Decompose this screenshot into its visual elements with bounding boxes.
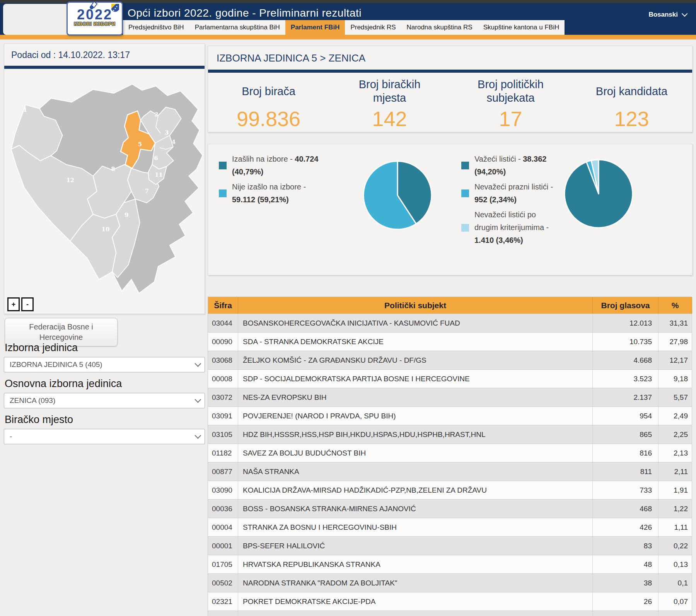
map-panel: Podaci od : 14.10.2022. 13:17 1234567891… [4,43,205,314]
column-header-party: Politički subjekt [238,297,593,314]
party-name: SDP - SOCIJALDEMOKRATSKA PARTIJA BOSNE I… [238,370,593,388]
legend-text: Važeći listići - 38.362 (94,20%) [474,153,561,178]
column-header-pct: % [658,297,692,314]
party-votes: 468 [593,500,658,518]
map-district-number: 8 [111,166,115,172]
party-name: POVJERENJE! (NAROD I PRAVDA, SPU BIH) [238,407,593,425]
nav-tab[interactable]: Parlament FBiH [285,20,345,35]
table-row: 00036 BOSS - BOSANSKA STRANKA-MIRNES AJA… [208,500,692,518]
map-district-number: 4 [172,138,176,145]
table-row: 00001 BPS-SEFER HALILOVIĆ 83 0,22 [208,537,692,555]
party-name: HDZ BIH,HSSSR,HSS,HSP BIH,HKDU,HSPAS,HDU… [238,425,593,444]
nav-tab[interactable]: Parlamentarna skupština BiH [189,20,285,35]
nav-tab[interactable]: Skupštine kantona u FBiH [478,20,565,35]
filter-select[interactable]: IZBORNA JEDINICA 5 (405) [4,357,205,372]
results-table: Šifra Politički subjekt Broj glasova % 0… [208,297,692,616]
party-name: POKRET DEMOKRATSKE AKCIJE-PDA [238,592,593,611]
party-code: 03090 [208,481,238,500]
map-zoom-out-button[interactable]: - [21,297,34,311]
filter-select[interactable]: - [4,429,205,444]
stat-cell: Broj kandidata 123 [571,77,692,131]
table-row: 00008 SDP - SOCIJALDEMOKRATSKA PARTIJA B… [208,370,692,388]
legend-swatch [219,189,227,197]
filter-block: Osnovna izborna jedinica ZENICA (093) [4,378,205,408]
filters: Izborna jedinica IZBORNA JEDINICA 5 (405… [4,342,205,444]
language-selector[interactable]: Bosanski [648,11,686,19]
ballot-hand-icon [88,0,99,10]
party-code: 02321 [208,592,238,611]
bih-districts-map[interactable]: 123456789101112 [6,71,203,298]
party-name: HNP-HRVATSKI NACIONALNI POMAK [238,611,593,616]
nav-tab[interactable]: Predsjednik RS [345,20,401,35]
party-pct: 27,98 [658,333,692,351]
party-name: NAŠA STRANKA [238,462,593,481]
nav-tab[interactable]: Predsjedništvo BiH [123,20,189,35]
party-votes: 18 [593,611,658,616]
party-pct: 1,11 [658,518,692,537]
legend-item: Važeći listići - 38.362 (94,20%) [461,153,561,178]
party-name: STRANKA ZA BOSNU I HERCEGOVINU-SBIH [238,518,593,537]
party-votes: 38 [593,574,658,592]
filter-select[interactable]: ZENICA (093) [4,393,205,408]
turnout-legend: Izašlih na izbore - 40.724 (40,79%) Nije… [219,153,322,208]
party-code: 00090 [208,333,238,351]
stat-cell: Broj birača 99.836 [208,77,329,131]
legend-text: Nije izašlo na izbore - 59.112 (59,21%) [232,181,322,206]
legend-swatch [461,189,469,197]
map-district-number: 5 [138,141,142,148]
stat-label: Broj biračkih mjesta [329,77,450,105]
party-pct: 2,25 [658,425,692,444]
party-votes: 48 [593,555,658,574]
ballots-legend: Važeći listići - 38.362 (94,20%) Nevažeć… [461,153,561,249]
column-header-code: Šifra [208,297,238,314]
filter-label: Osnovna izborna jedinica [5,378,205,390]
map-district-number: 12 [66,177,74,184]
party-name: NARODNA STRANKA "RADOM ZA BOLJITAK" [238,574,593,592]
main-nav-tabs: Predsjedništvo BiHParlamentarna skupštin… [123,20,565,35]
filter-select-value: - [10,432,194,441]
legend-label: Nevažeći listići po drugim kriterijumima [474,210,544,232]
column-header-votes: Broj glasova [593,297,658,314]
stat-cell: Broj političkih subjekata 17 [450,77,571,131]
party-name: BOSANSKOHERCEGOVAČKA INICIJATIVA - KASUM… [238,314,593,333]
stat-label: Broj kandidata [571,77,692,105]
turnout-pie-chart [362,160,433,231]
table-row: 03105 HDZ BIH,HSSSR,HSS,HSP BIH,HKDU,HSP… [208,425,692,444]
filter-label: Izborna jedinica [5,342,205,354]
map-district-number: 11 [155,171,163,178]
party-code: 03044 [208,314,238,333]
table-row: 02802 HNP-HRVATSKI NACIONALNI POMAK 18 0… [208,611,692,616]
legend-label: Izašlih na izbore [232,155,288,163]
nav-tab[interactable]: Narodna skupština RS [401,20,478,35]
legend-text: Nevažeći prazni listići - 952 (2,34%) [474,181,561,206]
party-code: 01705 [208,555,238,574]
party-votes: 10.735 [593,333,658,351]
filter-block: Izborna jedinica IZBORNA JEDINICA 5 (405… [4,342,205,372]
legend-label: Nevažeći prazni listići [474,183,548,191]
party-votes: 811 [593,462,658,481]
party-name: KOALICIJA DRŽAVA-MIRSAD HADŽIKADIĆ-PZP,N… [238,481,593,500]
chevron-down-icon [682,11,688,17]
table-row: 03044 BOSANSKOHERCEGOVAČKA INICIJATIVA -… [208,314,692,333]
party-votes: 954 [593,407,658,425]
stat-label: Broj političkih subjekata [450,77,571,105]
divider [4,66,205,69]
party-code: 03068 [208,351,238,370]
party-pct: 0,22 [658,537,692,555]
stat-value: 99.836 [208,107,329,131]
logo-2022-izbori[interactable]: 2022 IZBORI ИЗБОРИ [67,2,123,36]
stat-value: 123 [571,107,692,131]
legend-value: 59.112 (59,21%) [232,195,289,204]
table-row: 03090 KOALICIJA DRŽAVA-MIRSAD HADŽIKADIĆ… [208,481,692,500]
party-pct: 0,1 [658,574,692,592]
map-zoom-in-button[interactable]: + [7,297,20,311]
party-votes: 426 [593,518,658,537]
legend-text: Nevažeći listići po drugim kriterijumima… [474,208,561,247]
party-name: HRVATSKA REPUBLIKANSKA STRANKA [238,555,593,574]
party-votes: 83 [593,537,658,555]
filter-select-value: ZENICA (093) [10,396,194,405]
charts-panel: Izašlih na izbore - 40.724 (40,79%) Nije… [208,144,693,275]
table-row: 03072 NES-ZA EVROPSKU BIH 2.137 5,57 [208,388,692,407]
party-name: SAVEZ ZA BOLJU BUDUĆNOST BIH [238,444,593,462]
party-votes: 816 [593,444,658,462]
